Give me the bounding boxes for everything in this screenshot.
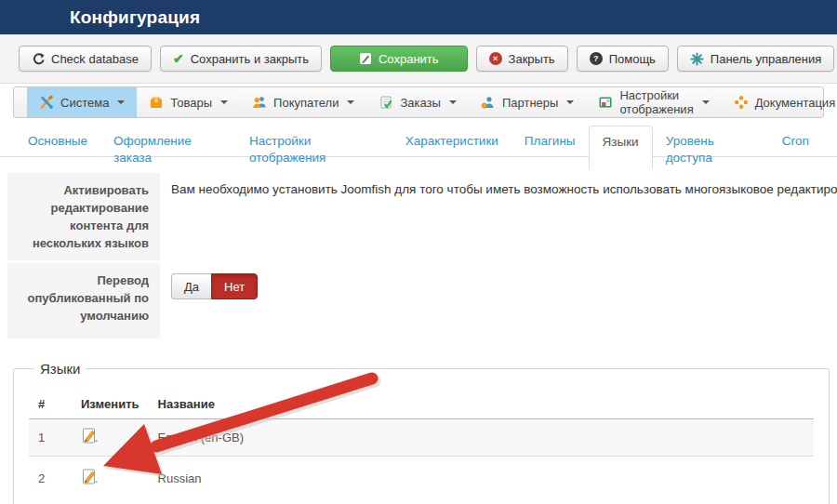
button-label: Закрыть bbox=[509, 52, 555, 66]
menu-item-partners[interactable]: Партнеры bbox=[469, 87, 586, 117]
menu-item-label: Партнеры bbox=[502, 96, 558, 110]
field-label: Перевод опубликованный по умолчанию bbox=[7, 263, 160, 341]
toolbar: Check database ✔ Сохранить и закрыть Сох… bbox=[0, 34, 837, 84]
language-name: Russian bbox=[149, 457, 814, 504]
edit-save-icon bbox=[359, 52, 372, 65]
menu-item-orders[interactable]: Заказы bbox=[366, 87, 468, 117]
tab-characteristics[interactable]: Характеристики bbox=[392, 126, 512, 157]
menu-item-label: Документация bbox=[755, 96, 836, 110]
form-row-default-translation: Перевод опубликованный по умолчанию Да Н… bbox=[7, 263, 837, 341]
joomla-icon bbox=[690, 52, 704, 66]
documentation-icon bbox=[734, 95, 749, 110]
tab-checkout[interactable]: Оформление заказа bbox=[100, 126, 236, 174]
caret-down-icon bbox=[347, 100, 354, 104]
page-title: Конфигурация bbox=[70, 7, 200, 28]
menu-item-products[interactable]: Товары bbox=[137, 87, 240, 117]
customers-icon bbox=[252, 95, 267, 110]
menu-item-display-settings[interactable]: Настройки отображения bbox=[586, 87, 721, 117]
field-value: Вам необходимо установить Joomfish для т… bbox=[160, 173, 837, 263]
tab-bar: Основные Оформление заказа Настройки ото… bbox=[0, 126, 837, 157]
button-label: Панель управления bbox=[711, 52, 821, 66]
close-button[interactable]: × Закрыть bbox=[476, 46, 568, 72]
form-row-multilang: Активировать редактирование контента для… bbox=[7, 173, 837, 263]
column-header-edit: Изменить bbox=[72, 390, 149, 419]
tab-plugins[interactable]: Плагины bbox=[512, 126, 589, 157]
menu-item-customers[interactable]: Покупатели bbox=[240, 87, 366, 117]
tab-general[interactable]: Основные bbox=[15, 126, 100, 157]
caret-down-icon bbox=[702, 100, 710, 104]
languages-legend: Языки bbox=[34, 361, 86, 377]
display-settings-icon bbox=[598, 95, 613, 110]
caret-down-icon bbox=[220, 100, 228, 104]
default-translation-toggle: Да Нет bbox=[171, 273, 258, 299]
language-name: English (en-GB) bbox=[149, 419, 814, 457]
menu-item-label: Настройки отображения bbox=[619, 88, 693, 116]
button-label: Сохранить bbox=[379, 52, 439, 66]
languages-table: # Изменить Название 1 English (en-GB) 2 bbox=[29, 390, 814, 504]
save-and-close-button[interactable]: ✔ Сохранить и закрыть bbox=[160, 46, 322, 72]
menu-item-label: Товары bbox=[170, 96, 212, 110]
column-header-number: # bbox=[29, 390, 72, 419]
caret-down-icon bbox=[117, 100, 125, 104]
menu-item-documentation[interactable]: Документация bbox=[722, 87, 837, 117]
check-database-button[interactable]: Check database bbox=[19, 46, 152, 72]
table-header-row: # Изменить Название bbox=[29, 390, 814, 419]
edit-icon[interactable] bbox=[81, 468, 100, 486]
settings-form: Активировать редактирование контента для… bbox=[7, 173, 837, 341]
save-button[interactable]: Сохранить bbox=[330, 46, 468, 72]
button-label: Check database bbox=[51, 52, 139, 66]
tools-icon bbox=[39, 95, 54, 110]
button-label: Сохранить и закрыть bbox=[191, 52, 309, 66]
page-header: Конфигурация bbox=[0, 0, 837, 34]
control-panel-button[interactable]: Панель управления bbox=[677, 46, 834, 72]
orders-icon bbox=[379, 95, 393, 110]
row-number: 2 bbox=[29, 457, 72, 504]
main-menu: Система Товары Покупатели Заказы Партнер… bbox=[13, 86, 824, 118]
toggle-no-button[interactable]: Нет bbox=[211, 273, 258, 299]
toggle-yes-button[interactable]: Да bbox=[171, 273, 211, 299]
check-icon: ✔ bbox=[173, 51, 184, 66]
edit-icon[interactable] bbox=[81, 427, 100, 445]
column-header-name: Название bbox=[149, 390, 814, 419]
field-label: Активировать редактирование контента для… bbox=[7, 173, 160, 263]
menu-item-label: Система bbox=[60, 96, 109, 110]
close-icon: × bbox=[489, 52, 502, 65]
button-label: Помощь bbox=[609, 52, 656, 66]
row-number: 1 bbox=[29, 419, 72, 457]
caret-down-icon bbox=[566, 100, 574, 104]
menu-item-label: Заказы bbox=[400, 96, 440, 110]
tab-cron[interactable]: Cron bbox=[769, 126, 822, 157]
products-box-icon bbox=[149, 95, 164, 110]
table-row-russian: 2 Russian bbox=[29, 457, 814, 504]
partners-icon bbox=[481, 95, 496, 110]
menu-item-system[interactable]: Система bbox=[27, 87, 137, 117]
help-icon: ? bbox=[590, 52, 603, 65]
tab-languages[interactable]: Языки bbox=[589, 126, 653, 169]
tab-display-settings[interactable]: Настройки отображения bbox=[236, 126, 392, 174]
menu-item-label: Покупатели bbox=[273, 96, 339, 110]
tab-access-level[interactable]: Уровень доступа bbox=[653, 126, 769, 174]
help-button[interactable]: ? Помощь bbox=[577, 46, 669, 72]
caret-down-icon bbox=[449, 100, 457, 104]
languages-fieldset: Языки # Изменить Название 1 English (en-… bbox=[13, 361, 830, 504]
table-row-english: 1 English (en-GB) bbox=[29, 419, 814, 457]
refresh-icon bbox=[32, 52, 45, 65]
